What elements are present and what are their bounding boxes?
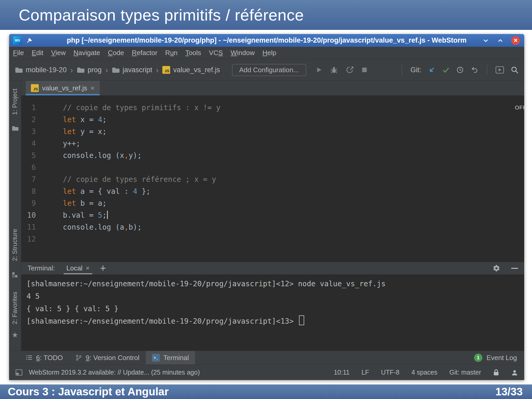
terminal-tab-local[interactable]: Local: [64, 262, 92, 274]
status-bar: WebStorm 2019.3.2 available: // Update..…: [9, 364, 524, 380]
menu-edit[interactable]: Edit: [28, 49, 47, 57]
run-controls: [315, 66, 368, 74]
window-titlebar[interactable]: WS php [~/enseignement/mobile-19-20/prog…: [9, 34, 524, 47]
line-number: 6: [21, 162, 36, 174]
run-anything-icon[interactable]: [496, 66, 504, 74]
line-number: 9: [21, 197, 36, 209]
git-label: Git:: [410, 66, 421, 74]
version-control-icon: [75, 354, 82, 361]
terminal-tab-close-icon[interactable]: [86, 264, 90, 272]
line-separator[interactable]: LF: [362, 369, 369, 376]
project-folder-icon[interactable]: [12, 125, 18, 132]
tab-value-vs-ref-js[interactable]: JS value_vs_ref.js: [26, 81, 100, 95]
breadcrumb-value-vs-ref-js[interactable]: JSvalue_vs_ref.js: [162, 66, 220, 74]
code-line-11[interactable]: 11console.log (a,b);: [21, 221, 524, 233]
breadcrumb-separator-icon: ›: [105, 65, 108, 75]
code-editor[interactable]: 1// copie de types primitifs : x != y2le…: [21, 96, 524, 262]
terminal-line: [shalmaneser:~/enseignement/mobile-19-20…: [26, 278, 524, 290]
webstorm-window: WS php [~/enseignement/mobile-19-20/prog…: [9, 34, 524, 380]
menu-code[interactable]: Code: [104, 49, 128, 57]
text-caret: [107, 211, 108, 219]
caret-position[interactable]: 10:11: [334, 369, 350, 376]
hide-panel-icon[interactable]: [511, 268, 518, 269]
toolwindow-toggle-icon[interactable]: [15, 369, 23, 376]
line-number: 4: [21, 138, 36, 150]
code-line-3[interactable]: 3let y = x;: [21, 126, 524, 138]
code-line-4[interactable]: 4y++;: [21, 138, 524, 150]
maximize-icon[interactable]: [497, 37, 504, 44]
sidebar-item-favorites[interactable]: 2: Favorites: [11, 292, 18, 324]
footer-course: Cours 3 : Javascript et Angular: [8, 385, 169, 398]
add-configuration-button[interactable]: Add Configuration...: [232, 64, 306, 76]
toolwindow-terminal[interactable]: Terminal: [146, 351, 195, 364]
file-encoding[interactable]: UTF-8: [381, 369, 400, 376]
menu-file[interactable]: File: [9, 49, 28, 57]
coverage-icon[interactable]: [346, 66, 354, 74]
js-file-icon: JS: [31, 84, 39, 92]
code-line-5[interactable]: 5console.log (x,y);: [21, 150, 524, 162]
stop-icon[interactable]: [361, 67, 368, 73]
user-icon[interactable]: [511, 369, 518, 376]
sidebar-item-project[interactable]: 1: Project: [11, 89, 18, 115]
star-icon[interactable]: [12, 331, 18, 339]
line-number: 1: [21, 102, 36, 114]
terminal-tab-label: Local: [66, 264, 82, 272]
menu-run[interactable]: Run: [161, 49, 182, 57]
code-line-10[interactable]: 10b.val = 5;: [21, 209, 524, 221]
structure-icon[interactable]: [12, 272, 18, 279]
toolwindow-event-log[interactable]: 1 Event Log: [474, 351, 521, 364]
code-line-8[interactable]: 8let a = { val : 4 };: [21, 185, 524, 197]
toolwindow-todo[interactable]: 6: TODO: [19, 351, 69, 364]
terminal-header: Terminal: Local: [21, 262, 524, 275]
code-line-7[interactable]: 7// copie de types référence ; x = y: [21, 174, 524, 185]
git-branch[interactable]: Git: master: [449, 369, 481, 376]
code-line-6[interactable]: 6: [21, 162, 524, 174]
menu-window[interactable]: Window: [227, 49, 259, 57]
pin-icon[interactable]: [26, 37, 32, 44]
debug-icon[interactable]: [330, 66, 338, 74]
terminal-output[interactable]: [shalmaneser:~/enseignement/mobile-19-20…: [21, 275, 524, 351]
git-commit-icon[interactable]: [442, 66, 449, 74]
todo-icon: [26, 355, 32, 361]
terminal-cursor: [299, 315, 304, 325]
code-line-1[interactable]: 1// copie de types primitifs : x != y: [21, 102, 524, 114]
menu-view[interactable]: View: [47, 49, 70, 57]
menu-refactor[interactable]: Refactor: [128, 49, 161, 57]
code-text: y++;: [63, 138, 80, 150]
indent-size[interactable]: 4 spaces: [411, 369, 437, 376]
git-update-icon[interactable]: [428, 66, 435, 74]
rollback-icon[interactable]: [471, 66, 478, 74]
status-message[interactable]: WebStorm 2019.3.2 available: // Update..…: [29, 369, 200, 376]
code-line-2[interactable]: 2let x = 4;: [21, 114, 524, 126]
code-line-9[interactable]: 9let b = a;: [21, 197, 524, 209]
version-control-label: 9: Version Control: [86, 354, 139, 362]
event-log-icon: 1: [474, 354, 482, 362]
menu-help[interactable]: Help: [258, 49, 280, 57]
toolwindow-version-control[interactable]: 9: Version Control: [69, 351, 146, 364]
new-terminal-session-icon[interactable]: [100, 262, 106, 274]
sidebar-item-structure[interactable]: 2: Structure: [11, 229, 18, 261]
tab-close-icon[interactable]: [90, 84, 94, 92]
history-icon[interactable]: [456, 66, 464, 74]
breadcrumb-separator-icon: ›: [156, 65, 159, 75]
menu-tools[interactable]: Tools: [182, 49, 205, 57]
line-number: 8: [21, 185, 36, 197]
search-icon[interactable]: [511, 66, 518, 74]
menu-navigate[interactable]: Navigate: [70, 49, 104, 57]
close-icon[interactable]: [511, 36, 520, 45]
code-text: console.log (x,y);: [63, 150, 142, 162]
editor-tab-bar: JS value_vs_ref.js: [21, 81, 524, 96]
event-log-label: Event Log: [487, 354, 517, 362]
breadcrumb-mobile-19-20[interactable]: mobile-19-20: [15, 66, 67, 74]
code-line-12[interactable]: 12: [21, 233, 524, 245]
menu-vcs[interactable]: VCS: [205, 49, 227, 57]
breadcrumb-javascript[interactable]: javascript: [112, 66, 152, 74]
tool-window-bar: 6: TODO 9: Version Control Terminal 1 Ev…: [9, 351, 524, 364]
breadcrumb-prog[interactable]: prog: [77, 66, 102, 74]
tab-label: value_vs_ref.js: [42, 84, 87, 92]
run-icon[interactable]: [315, 66, 322, 74]
minimize-icon[interactable]: [482, 37, 489, 44]
code-text: let x = 4;: [63, 114, 107, 126]
lock-icon[interactable]: [493, 369, 499, 376]
settings-gear-icon[interactable]: [493, 264, 500, 272]
